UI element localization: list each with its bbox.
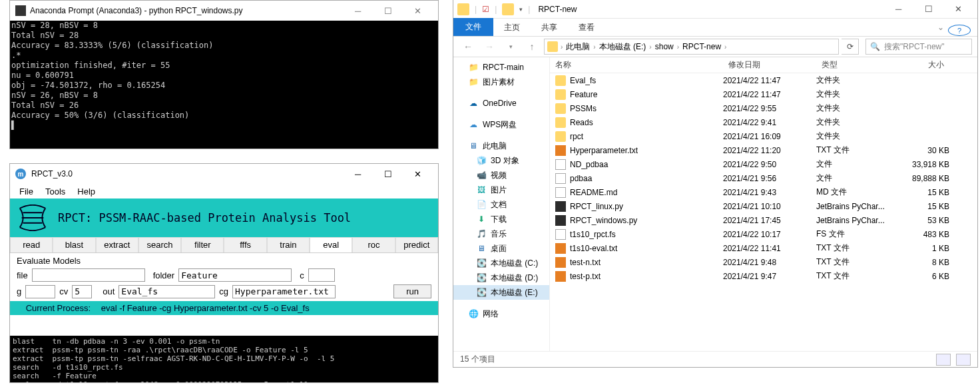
sidebar-item[interactable]: 📁图片素材 bbox=[453, 75, 549, 89]
out-input[interactable] bbox=[119, 285, 215, 298]
rpct-titlebar[interactable]: m RPCT_v3.0 ─ ☐ ✕ bbox=[10, 164, 438, 184]
maximize-button[interactable]: ☐ bbox=[913, 1, 943, 18]
file-input[interactable] bbox=[32, 268, 145, 282]
sidebar-item[interactable]: ☁WPS网盘 bbox=[453, 117, 549, 132]
tab-train[interactable]: train bbox=[267, 237, 310, 252]
chevron-right-icon[interactable]: › bbox=[724, 43, 726, 51]
up-button[interactable]: ↑ bbox=[523, 41, 541, 52]
ribbon-file[interactable]: 文件 bbox=[453, 18, 493, 36]
col-size[interactable]: 大小 bbox=[896, 59, 949, 71]
file-name: Reads bbox=[570, 118, 593, 127]
file-list[interactable]: 名称 修改日期 类型 大小 Eval_fs2021/4/22 11:47文件夹F… bbox=[550, 57, 977, 351]
c-input[interactable] bbox=[308, 268, 335, 282]
icons-view-button[interactable] bbox=[956, 354, 971, 366]
sidebar-item[interactable]: 📹视频 bbox=[453, 168, 549, 183]
close-button[interactable]: ✕ bbox=[943, 1, 973, 18]
search-box[interactable]: 🔍 搜索"RPCT-new" bbox=[865, 39, 972, 55]
refresh-button[interactable]: ⟳ bbox=[842, 39, 859, 55]
sidebar-item[interactable]: 🎵音乐 bbox=[453, 226, 549, 241]
sidebar-item[interactable]: 📄文档 bbox=[453, 197, 549, 212]
sidebar-item[interactable]: 💽本地磁盘 (C:) bbox=[453, 256, 549, 270]
menu-file[interactable]: File bbox=[19, 187, 33, 196]
terminal-output[interactable]: nSV = 28, nBSV = 8 Total nSV = 28 Accura… bbox=[10, 21, 438, 149]
tab-roc[interactable]: roc bbox=[352, 237, 395, 252]
file-row[interactable]: rpct2021/4/21 16:09文件夹 bbox=[550, 129, 977, 143]
details-view-button[interactable] bbox=[936, 354, 951, 366]
file-row[interactable]: Hyperparameter.txt2021/4/22 11:20TXT 文件3… bbox=[550, 143, 977, 157]
run-button[interactable]: run bbox=[393, 284, 431, 298]
breadcrumb-segment[interactable]: 此电脑 bbox=[564, 41, 592, 53]
file-row[interactable]: test-p.txt2021/4/21 9:47TXT 文件6 KB bbox=[550, 269, 977, 283]
tab-filter[interactable]: filter bbox=[181, 237, 224, 252]
rpct-log[interactable]: blast tn -db pdbaa -n 3 -ev 0.001 -o pss… bbox=[10, 336, 438, 382]
minimize-button[interactable]: ─ bbox=[343, 1, 373, 20]
maximize-button[interactable]: ☐ bbox=[373, 165, 403, 183]
file-row[interactable]: test-n.txt2021/4/21 9:48TXT 文件8 KB bbox=[550, 255, 977, 269]
maximize-button[interactable]: ☐ bbox=[373, 1, 403, 20]
file-row[interactable]: t1s10-eval.txt2021/4/22 11:41TXT 文件1 KB bbox=[550, 241, 977, 255]
file-row[interactable]: Reads2021/4/22 9:41文件夹 bbox=[550, 115, 977, 129]
col-type[interactable]: 类型 bbox=[816, 59, 896, 71]
cv-input[interactable] bbox=[72, 285, 92, 298]
col-date[interactable]: 修改日期 bbox=[723, 59, 816, 71]
tab-extract[interactable]: extract bbox=[96, 237, 138, 252]
cv-label: cv bbox=[59, 286, 68, 296]
forward-button[interactable]: → bbox=[480, 41, 499, 52]
breadcrumb-segment[interactable]: 本地磁盘 (E:) bbox=[597, 41, 648, 53]
column-headers[interactable]: 名称 修改日期 类型 大小 bbox=[550, 57, 977, 73]
col-name[interactable]: 名称 bbox=[550, 59, 723, 71]
ribbon-view[interactable]: 查看 bbox=[568, 19, 605, 36]
help-icon[interactable]: ? bbox=[948, 25, 971, 36]
g-input[interactable] bbox=[25, 285, 55, 298]
chevron-right-icon[interactable]: › bbox=[593, 43, 595, 51]
chevron-right-icon[interactable]: › bbox=[649, 43, 651, 51]
file-row[interactable]: pdbaa2021/4/21 9:56文件89,888 KB bbox=[550, 171, 977, 185]
chevron-down-icon[interactable]: ▾ bbox=[519, 6, 523, 13]
file-row[interactable]: PSSMs2021/4/22 9:55文件夹 bbox=[550, 101, 977, 115]
tab-eval[interactable]: eval bbox=[310, 237, 352, 252]
minimize-button[interactable]: ─ bbox=[883, 1, 913, 18]
sidebar-item[interactable]: 💽本地磁盘 (D:) bbox=[453, 270, 549, 285]
address-bar[interactable]: › 此电脑›本地磁盘 (E:)›show›RPCT-new› bbox=[544, 39, 839, 55]
ribbon-toggle-icon[interactable]: ⌄ bbox=[937, 23, 944, 32]
sidebar-item[interactable]: 🖼图片 bbox=[453, 183, 549, 197]
sidebar-item[interactable]: 🌐网络 bbox=[453, 306, 549, 321]
file-row[interactable]: RPCT_linux.py2021/4/21 10:10JetBrains Py… bbox=[550, 199, 977, 213]
ribbon-share[interactable]: 共享 bbox=[531, 19, 568, 36]
menu-tools[interactable]: Tools bbox=[45, 187, 65, 196]
menu-help[interactable]: Help bbox=[77, 187, 95, 196]
tab-fffs[interactable]: fffs bbox=[224, 237, 266, 252]
navigation-pane[interactable]: 📁RPCT-main📁图片素材☁OneDrive☁WPS网盘🖥此电脑🧊3D 对象… bbox=[453, 57, 550, 351]
sidebar-item[interactable]: 📁RPCT-main bbox=[453, 60, 549, 75]
tab-search[interactable]: search bbox=[138, 237, 181, 252]
sidebar-item[interactable]: 💽本地磁盘 (E:) bbox=[453, 285, 549, 300]
ribbon-home[interactable]: 主页 bbox=[493, 19, 531, 36]
tab-blast[interactable]: blast bbox=[53, 237, 95, 252]
cg-input[interactable] bbox=[232, 285, 336, 298]
qat-icon[interactable]: ☑ bbox=[482, 5, 489, 14]
file-row[interactable]: README.md2021/4/21 9:43MD 文件15 KB bbox=[550, 185, 977, 199]
breadcrumb-segment[interactable]: RPCT-new bbox=[680, 42, 723, 51]
recent-button[interactable]: ▾ bbox=[501, 43, 520, 50]
chevron-right-icon[interactable]: › bbox=[677, 43, 679, 51]
explorer-titlebar[interactable]: | ☑ | ▾ | RPCT-new ─ ☐ ✕ bbox=[453, 0, 977, 19]
file-row[interactable]: ND_pdbaa2021/4/22 9:50文件33,918 KB bbox=[550, 157, 977, 171]
breadcrumb-segment[interactable]: show bbox=[653, 42, 676, 51]
sidebar-item[interactable]: ⬇下载 bbox=[453, 212, 549, 226]
anaconda-titlebar[interactable]: Anaconda Prompt (Anaconda3) - python RPC… bbox=[10, 1, 438, 21]
file-row[interactable]: RPCT_windows.py2021/4/21 17:45JetBrains … bbox=[550, 213, 977, 227]
file-row[interactable]: Feature2021/4/22 11:47文件夹 bbox=[550, 87, 977, 101]
close-button[interactable]: ✕ bbox=[403, 165, 433, 183]
sidebar-item[interactable]: 🧊3D 对象 bbox=[453, 153, 549, 168]
tab-read[interactable]: read bbox=[10, 237, 53, 252]
sidebar-item[interactable]: 🖥桌面 bbox=[453, 241, 549, 256]
sidebar-item[interactable]: ☁OneDrive bbox=[453, 96, 549, 111]
minimize-button[interactable]: ─ bbox=[343, 165, 373, 183]
file-row[interactable]: Eval_fs2021/4/22 11:47文件夹 bbox=[550, 73, 977, 87]
tab-predict[interactable]: predict bbox=[395, 237, 438, 252]
back-button[interactable]: ← bbox=[459, 41, 477, 52]
close-button[interactable]: ✕ bbox=[403, 1, 433, 20]
file-row[interactable]: t1s10_rpct.fs2021/4/22 10:17FS 文件483 KB bbox=[550, 227, 977, 241]
folder-input[interactable] bbox=[178, 268, 292, 282]
sidebar-item[interactable]: 🖥此电脑 bbox=[453, 139, 549, 153]
